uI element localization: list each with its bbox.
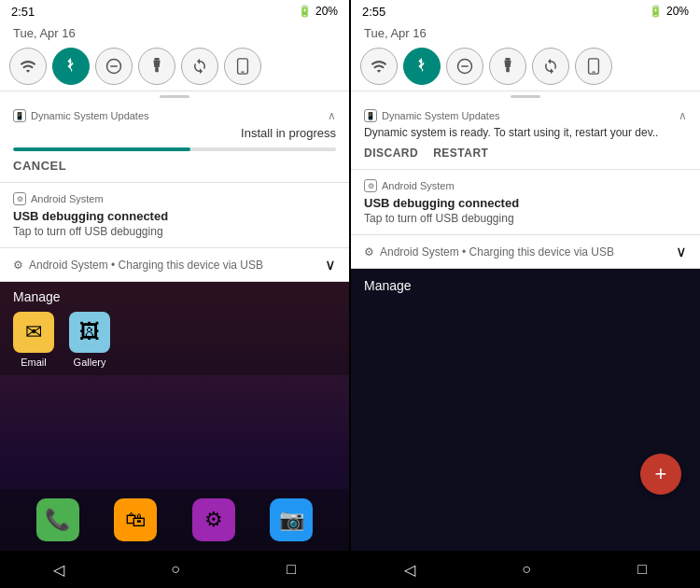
- right-dsu-chevron-icon: ∧: [679, 109, 687, 122]
- right-charging-left: ⚙ Android System • Charging this device …: [364, 245, 614, 259]
- svg-rect-3: [155, 67, 159, 72]
- dsu-chevron-icon: ∧: [328, 109, 336, 122]
- dock-settings-icon[interactable]: ⚙: [192, 498, 235, 541]
- email-label: Email: [21, 357, 47, 368]
- qs-bluetooth[interactable]: [52, 48, 90, 85]
- left-divider: [0, 91, 349, 100]
- right-usb-notif-title: USB debugging connected: [364, 196, 687, 210]
- dock-phone-icon[interactable]: 📞: [36, 498, 79, 541]
- right-notif-usb[interactable]: ⚙ Android System USB debugging connected…: [351, 170, 700, 235]
- right-battery-icon: 🔋: [649, 5, 663, 18]
- notif-usb-appname: ⚙ Android System: [13, 192, 104, 205]
- qs-rotate[interactable]: [181, 48, 218, 85]
- right-qs-mobile[interactable]: [575, 48, 612, 85]
- left-date-row: Tue, Apr 16: [0, 22, 349, 40]
- right-charging-chevron-icon: ∨: [676, 243, 687, 260]
- dock-camera-icon[interactable]: 📷: [270, 498, 313, 541]
- right-wallpaper-space: +: [351, 310, 700, 551]
- charging-chevron-icon: ∨: [325, 256, 336, 273]
- usb-app-name-text: Android System: [31, 193, 104, 204]
- right-dsu-app-name-text: Dynamic System Updates: [382, 110, 500, 121]
- left-nav-bar: ◁ ○ □: [0, 551, 349, 588]
- svg-rect-9: [506, 67, 510, 72]
- right-charging-icon: ⚙: [364, 245, 374, 259]
- left-notif-usb[interactable]: ⚙ Android System USB debugging connected…: [0, 183, 349, 248]
- left-status-right: 🔋 20%: [298, 5, 338, 18]
- dsu-progress-fill: [13, 147, 190, 151]
- right-notif-dsu[interactable]: 📱 Dynamic System Updates ∧ Dynamic syste…: [351, 100, 700, 170]
- gallery-icon: 🖼: [69, 312, 110, 353]
- right-notif-usb-appname: ⚙ Android System: [364, 179, 455, 192]
- right-dsu-actions: DISCARD RESTART: [364, 147, 687, 160]
- dock-shop-icon[interactable]: 🛍: [114, 498, 157, 541]
- right-notif-charging[interactable]: ⚙ Android System • Charging this device …: [351, 235, 700, 269]
- dsu-progress-bar-container: [13, 147, 336, 151]
- right-home-button[interactable]: ○: [522, 561, 531, 578]
- app-gallery-wrapper[interactable]: 🖼 Gallery: [69, 312, 110, 368]
- right-manage-section: Manage: [351, 269, 700, 310]
- dsu-status: Install in progress: [13, 126, 336, 140]
- right-phone-panel: 2:55 🔋 20% Tue, Apr 16: [351, 0, 700, 588]
- right-fab-button[interactable]: +: [640, 454, 681, 495]
- qs-dnd[interactable]: [95, 48, 133, 85]
- left-battery: 20%: [315, 5, 338, 18]
- left-status-bar: 2:51 🔋 20%: [0, 0, 349, 22]
- right-notif-usb-header: ⚙ Android System: [364, 179, 687, 192]
- right-qs-dnd[interactable]: [446, 48, 483, 85]
- qs-mobile[interactable]: [224, 48, 261, 85]
- qs-flashlight[interactable]: [138, 48, 175, 85]
- left-phone-panel: 2:51 🔋 20% Tue, Apr 16: [0, 0, 349, 588]
- svg-rect-11: [592, 71, 595, 72]
- right-qs-rotate[interactable]: [532, 48, 569, 85]
- charging-text: Android System • Charging this device vi…: [29, 259, 263, 272]
- dsu-discard-button[interactable]: DISCARD: [364, 147, 418, 160]
- dsu-restart-button[interactable]: RESTART: [433, 147, 488, 160]
- left-manage-section: Manage ✉ Email 🖼 Gallery: [0, 282, 349, 375]
- right-notif-dsu-header: 📱 Dynamic System Updates ∧: [364, 109, 687, 122]
- right-battery: 20%: [666, 5, 689, 18]
- right-qs-bluetooth[interactable]: [403, 48, 441, 85]
- usb-notif-body: Tap to turn off USB debugging: [13, 225, 336, 238]
- usb-notif-title: USB debugging connected: [13, 209, 336, 223]
- dsu-app-icon: 📱: [13, 109, 26, 122]
- right-divider: [351, 91, 700, 100]
- right-recent-button[interactable]: □: [637, 561, 647, 578]
- left-recent-button[interactable]: □: [287, 561, 296, 578]
- notif-usb-header: ⚙ Android System: [13, 192, 336, 205]
- right-qs-flashlight[interactable]: [489, 48, 526, 85]
- right-dsu-status: Dynamic system is ready. To start using …: [364, 126, 687, 139]
- right-date-row: Tue, Apr 16: [351, 22, 700, 40]
- right-home-area: Manage + ◁ ○ □: [351, 269, 700, 588]
- right-qs-wifi[interactable]: [360, 48, 398, 85]
- qs-wifi[interactable]: [9, 48, 47, 85]
- left-notif-charging[interactable]: ⚙ Android System • Charging this device …: [0, 248, 349, 282]
- app-email-wrapper[interactable]: ✉ Email: [13, 312, 54, 368]
- right-status-bar: 2:55 🔋 20%: [351, 0, 700, 22]
- charging-icon: ⚙: [13, 259, 23, 272]
- right-usb-app-name-text: Android System: [382, 180, 455, 191]
- left-back-button[interactable]: ◁: [53, 561, 64, 579]
- left-home-area: Manage ✉ Email 🖼 Gallery 📞 🛍 ⚙ 📷 ◁ ○ □: [0, 282, 349, 588]
- right-back-button[interactable]: ◁: [404, 561, 415, 579]
- battery-icon: 🔋: [298, 5, 312, 18]
- left-status-time: 2:51: [11, 5, 35, 19]
- right-date: Tue, Apr 16: [364, 26, 427, 40]
- charging-left-content: ⚙ Android System • Charging this device …: [13, 259, 263, 272]
- left-date: Tue, Apr 16: [13, 26, 76, 40]
- svg-rect-8: [505, 58, 510, 61]
- right-dsu-app-icon: 📱: [364, 109, 377, 122]
- left-home-button[interactable]: ○: [171, 561, 180, 578]
- svg-rect-2: [154, 58, 159, 61]
- left-manage-label: Manage: [13, 289, 336, 304]
- right-charging-text: Android System • Charging this device vi…: [380, 245, 614, 259]
- notif-dsu-header: 📱 Dynamic System Updates ∧: [13, 109, 336, 122]
- right-status-right: 🔋 20%: [649, 5, 689, 18]
- left-wallpaper-space: [0, 375, 349, 489]
- svg-rect-5: [241, 71, 245, 72]
- right-manage-label: Manage: [364, 278, 687, 293]
- right-notif-dsu-appname: 📱 Dynamic System Updates: [364, 109, 500, 122]
- right-quick-settings: [351, 40, 700, 91]
- right-usb-notif-body: Tap to turn off USB debugging: [364, 212, 687, 225]
- left-notif-dsu[interactable]: 📱 Dynamic System Updates ∧ Install in pr…: [0, 100, 349, 183]
- dsu-cancel-button[interactable]: CANCEL: [13, 159, 336, 173]
